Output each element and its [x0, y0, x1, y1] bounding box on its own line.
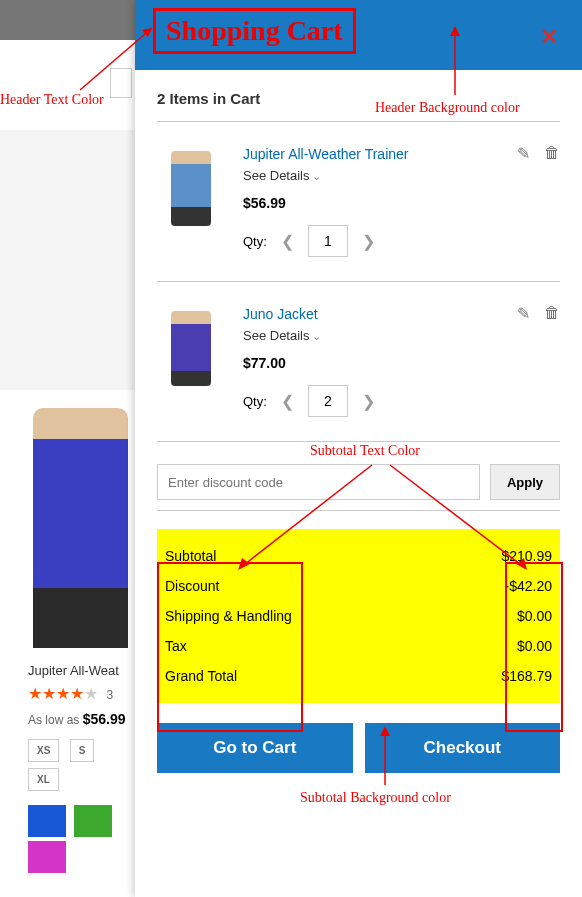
cart-item-name[interactable]: Jupiter All-Weather Trainer	[243, 146, 560, 162]
size-option-s[interactable]: S	[70, 739, 95, 762]
qty-increase-icon[interactable]: ❯	[358, 228, 379, 255]
qty-label: Qty:	[243, 394, 267, 409]
product-title[interactable]: Jupiter All-Weat	[28, 663, 133, 678]
total-label: Subtotal	[165, 548, 216, 564]
cart-item-image[interactable]	[157, 146, 225, 231]
cart-item-image[interactable]	[157, 306, 225, 391]
svg-marker-5	[238, 558, 250, 570]
annotation-header-text-color: Header Text Color	[0, 92, 104, 108]
qty-decrease-icon[interactable]: ❮	[277, 228, 298, 255]
rating-stars: ★★★★★ 3	[28, 684, 133, 703]
cart-item-price: $77.00	[243, 355, 560, 371]
qty-increase-icon[interactable]: ❯	[358, 388, 379, 415]
svg-marker-7	[516, 558, 527, 570]
qty-input[interactable]	[308, 385, 348, 417]
total-row: Grand Total$168.79	[163, 661, 554, 691]
chevron-down-icon: ⌄	[312, 170, 321, 182]
minicart-title: Shopping Cart	[153, 8, 356, 54]
cart-item: Jupiter All-Weather Trainer See Details⌄…	[157, 136, 560, 267]
total-row: Discount-$42.20	[163, 571, 554, 601]
annotation-header-bg-color: Header Background color	[375, 100, 520, 116]
size-option-xl[interactable]: XL	[28, 768, 59, 791]
review-count: 3	[106, 688, 113, 702]
color-swatches	[28, 805, 133, 877]
cart-item-name[interactable]: Juno Jacket	[243, 306, 560, 322]
cart-item: Juno Jacket See Details⌄ $77.00 Qty: ❮ ❯…	[157, 296, 560, 427]
swatch-green[interactable]	[74, 805, 112, 837]
product-card: Jupiter All-Weat ★★★★★ 3 As low as $56.9…	[28, 398, 133, 663]
trash-icon[interactable]: 🗑	[544, 144, 560, 163]
chevron-down-icon: ⌄	[312, 330, 321, 342]
total-row: Shipping & Handling$0.00	[163, 601, 554, 631]
total-value: $0.00	[517, 638, 552, 654]
annotation-subtotal-text-color: Subtotal Text Color	[310, 443, 420, 459]
total-label: Tax	[165, 638, 187, 654]
edit-icon[interactable]: ✎	[517, 304, 530, 323]
swatch-blue[interactable]	[28, 805, 66, 837]
total-value: $0.00	[517, 608, 552, 624]
svg-marker-3	[450, 26, 460, 36]
product-price: As low as $56.99	[28, 711, 133, 727]
size-option-xs[interactable]: XS	[28, 739, 59, 762]
swatch-pink[interactable]	[28, 841, 66, 873]
go-to-cart-button[interactable]: Go to Cart	[157, 723, 353, 773]
annotation-subtotal-bg-color: Subtotal Background color	[300, 790, 451, 806]
svg-line-6	[390, 465, 525, 568]
svg-line-0	[80, 28, 152, 90]
total-label: Grand Total	[165, 668, 237, 684]
product-image[interactable]	[28, 398, 133, 648]
total-label: Discount	[165, 578, 219, 594]
trash-icon[interactable]: 🗑	[544, 304, 560, 323]
total-value: -$42.20	[505, 578, 552, 594]
see-details-toggle[interactable]: See Details⌄	[243, 168, 560, 183]
qty-input[interactable]	[308, 225, 348, 257]
qty-decrease-icon[interactable]: ❮	[277, 388, 298, 415]
see-details-toggle[interactable]: See Details⌄	[243, 328, 560, 343]
cart-item-price: $56.99	[243, 195, 560, 211]
total-value: $168.79	[501, 668, 552, 684]
divider	[157, 121, 560, 122]
total-label: Shipping & Handling	[165, 608, 292, 624]
size-options: XS S XL	[28, 739, 133, 797]
light-bg	[0, 130, 135, 390]
close-icon[interactable]: ✕	[540, 24, 558, 50]
svg-marker-9	[380, 726, 390, 736]
divider	[157, 281, 560, 282]
qty-label: Qty:	[243, 234, 267, 249]
svg-line-4	[240, 465, 372, 568]
minicart-header: Shopping Cart ✕	[135, 0, 582, 70]
total-row: Tax$0.00	[163, 631, 554, 661]
edit-icon[interactable]: ✎	[517, 144, 530, 163]
divider	[157, 441, 560, 442]
